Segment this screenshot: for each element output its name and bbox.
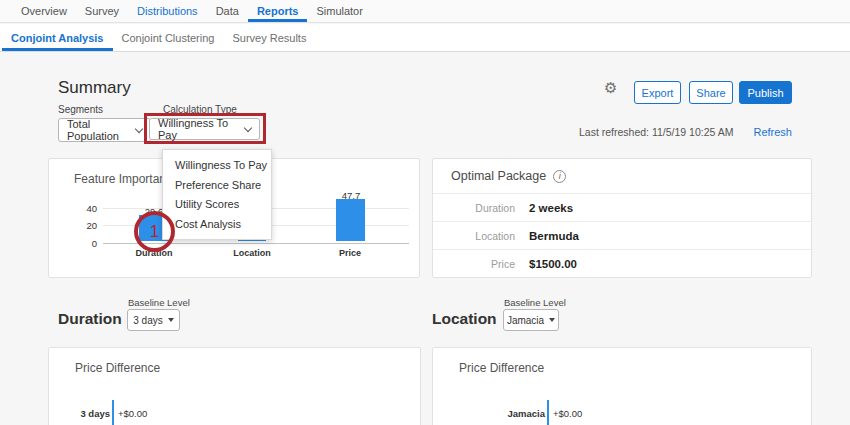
chevron-down-icon bbox=[135, 124, 143, 132]
segments-label: Segments bbox=[58, 104, 103, 115]
section-heading-location: Location bbox=[432, 310, 497, 328]
chevron-down-icon bbox=[244, 123, 252, 131]
share-button[interactable]: Share bbox=[689, 81, 733, 104]
pd-axis-line bbox=[112, 400, 114, 425]
caret-down-icon bbox=[168, 318, 174, 322]
duration-price-difference-card: Price Difference 3 days +$0.00 bbox=[48, 347, 421, 425]
table-row: Price $1500.00 bbox=[433, 249, 811, 277]
bar-price bbox=[336, 199, 365, 241]
last-refreshed-text: Last refreshed: 11/5/19 10:25 AM bbox=[579, 126, 734, 138]
row-label: Location bbox=[433, 230, 515, 242]
category-price: Price bbox=[320, 248, 380, 258]
tab-reports[interactable]: Reports bbox=[248, 0, 308, 22]
section-heading-duration: Duration bbox=[58, 310, 122, 328]
optimal-package-title: Optimal Package bbox=[451, 169, 546, 183]
info-icon[interactable]: i bbox=[553, 170, 566, 183]
price-difference-title: Price Difference bbox=[459, 361, 544, 375]
pd-bar-label: 3 days bbox=[49, 408, 110, 419]
export-button[interactable]: Export bbox=[634, 81, 681, 104]
annotation-step-number: 1 bbox=[150, 222, 159, 242]
refresh-row: Last refreshed: 11/5/19 10:25 AM Refresh bbox=[579, 126, 792, 138]
tab-conjoint-analysis[interactable]: Conjoint Analysis bbox=[2, 24, 113, 51]
row-value: $1500.00 bbox=[529, 258, 577, 270]
segments-select-value: Total Population bbox=[67, 118, 130, 142]
baseline-level-label: Baseline Level bbox=[504, 297, 566, 308]
pd-bar-label: Jamacia bbox=[433, 408, 545, 419]
annotation-step-circle: 1 bbox=[134, 211, 175, 252]
calculation-type-select-value: Willingness To Pay bbox=[158, 117, 239, 141]
duration-baseline-value: 3 days bbox=[133, 315, 162, 326]
ytick-20: 20 bbox=[75, 220, 97, 231]
location-baseline-value: Jamacia bbox=[507, 315, 544, 326]
tab-survey[interactable]: Survey bbox=[76, 0, 128, 22]
ytick-40: 40 bbox=[75, 203, 97, 214]
secondary-nav: Conjoint Analysis Conjoint Clustering Su… bbox=[0, 24, 850, 52]
menu-item-willingness-to-pay[interactable]: Willingness To Pay bbox=[163, 159, 271, 171]
conjoint-report-page: Overview Survey Distributions Data Repor… bbox=[0, 0, 850, 425]
table-row: Location Bermuda bbox=[433, 221, 811, 249]
location-price-difference-card: Price Difference Jamacia +$0.00 bbox=[432, 347, 812, 425]
location-baseline-select[interactable]: Jamacia bbox=[503, 309, 559, 331]
ytick-0: 0 bbox=[75, 238, 97, 249]
tab-simulator[interactable]: Simulator bbox=[307, 0, 371, 22]
tab-conjoint-clustering[interactable]: Conjoint Clustering bbox=[113, 24, 224, 51]
pd-bar-value: +$0.00 bbox=[553, 408, 582, 419]
row-value: 2 weeks bbox=[529, 202, 573, 214]
segments-select[interactable]: Total Population bbox=[58, 118, 151, 142]
gear-icon[interactable]: ⚙ bbox=[604, 80, 617, 95]
calculation-type-select[interactable]: Willingness To Pay bbox=[149, 118, 260, 140]
price-difference-title: Price Difference bbox=[75, 361, 160, 375]
refresh-link[interactable]: Refresh bbox=[753, 126, 792, 138]
calculation-type-label: Calculation Type bbox=[163, 104, 237, 115]
bar-value-price: 47.7 bbox=[331, 190, 371, 201]
caret-down-icon bbox=[549, 318, 555, 322]
pd-bar-value: +$0.00 bbox=[118, 408, 147, 419]
menu-item-preference-share[interactable]: Preference Share bbox=[163, 179, 271, 191]
tab-distributions[interactable]: Distributions bbox=[128, 0, 207, 22]
calculation-type-menu: Willingness To Pay Preference Share Util… bbox=[162, 149, 272, 240]
primary-nav: Overview Survey Distributions Data Repor… bbox=[0, 0, 850, 23]
publish-button[interactable]: Publish bbox=[739, 81, 792, 104]
page-title: Summary bbox=[58, 78, 131, 98]
row-label: Price bbox=[433, 258, 515, 270]
category-location: Location bbox=[222, 248, 282, 258]
tab-data[interactable]: Data bbox=[207, 0, 248, 22]
row-value: Bermuda bbox=[529, 230, 579, 242]
menu-item-cost-analysis[interactable]: Cost Analysis bbox=[163, 218, 271, 230]
baseline-level-label: Baseline Level bbox=[128, 297, 190, 308]
pd-axis-line bbox=[547, 400, 549, 425]
menu-item-utility-scores[interactable]: Utility Scores bbox=[163, 198, 271, 210]
optimal-package-card: Optimal Package i Duration 2 weeks Locat… bbox=[432, 158, 812, 278]
row-label: Duration bbox=[433, 202, 515, 214]
tab-survey-results[interactable]: Survey Results bbox=[223, 24, 315, 51]
duration-baseline-select[interactable]: 3 days bbox=[127, 309, 180, 331]
tab-overview[interactable]: Overview bbox=[12, 0, 76, 22]
table-row: Duration 2 weeks bbox=[433, 193, 811, 221]
optimal-package-header: Optimal Package i bbox=[433, 159, 811, 193]
